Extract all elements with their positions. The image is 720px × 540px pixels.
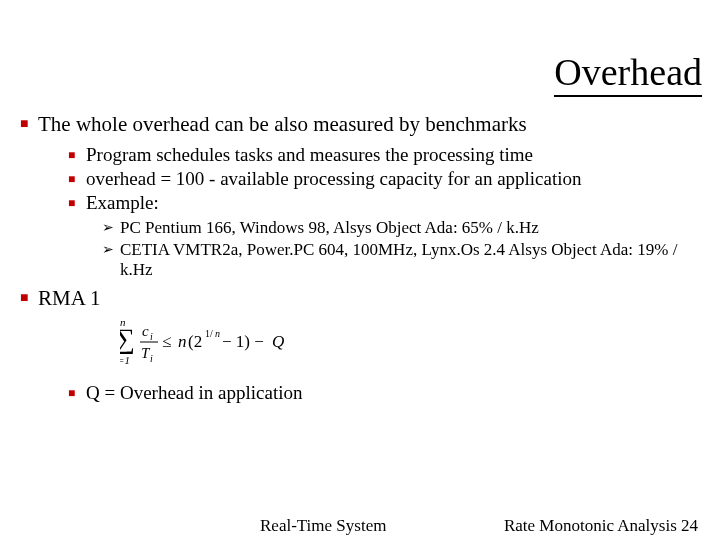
svg-text:i: i xyxy=(150,353,153,364)
rma-formula: n ∑ i=1 c i T i ≤ n (2 1/ n − 1) − Q xyxy=(120,314,702,374)
bullet-text: Q = Overhead in application xyxy=(86,382,302,404)
bullet-text: Example: xyxy=(86,192,159,214)
svg-text:i: i xyxy=(150,331,153,342)
bullet-level1: ■ RMA 1 xyxy=(20,286,702,310)
svg-text:Q: Q xyxy=(272,332,284,351)
square-bullet-icon: ■ xyxy=(68,192,86,214)
square-bullet-icon: ■ xyxy=(68,144,86,166)
svg-text:i=1: i=1 xyxy=(120,354,130,366)
svg-text:− 1) −: − 1) − xyxy=(222,332,264,351)
square-bullet-icon: ■ xyxy=(68,382,86,404)
bullet-level2: ■ Example: xyxy=(68,192,702,214)
arrow-bullet-icon: ➢ xyxy=(102,240,120,260)
bullet-level3: ➢ PC Pentium 166, Windows 98, Alsys Obje… xyxy=(102,218,702,238)
svg-text:≤: ≤ xyxy=(162,332,171,351)
svg-text:c: c xyxy=(142,323,149,339)
arrow-bullet-icon: ➢ xyxy=(102,218,120,238)
svg-text:∑: ∑ xyxy=(120,323,135,354)
bullet-text: RMA 1 xyxy=(38,286,100,310)
bullet-text: PC Pentium 166, Windows 98, Alsys Object… xyxy=(120,218,539,238)
svg-text:1/: 1/ xyxy=(205,328,213,339)
svg-text:n: n xyxy=(215,328,220,339)
square-bullet-icon: ■ xyxy=(20,286,38,310)
footer-right-text: Rate Monotonic Analysis 24 xyxy=(504,516,698,536)
footer-center-text: Real-Time System xyxy=(260,516,386,536)
bullet-level1: ■ The whole overhead can be also measure… xyxy=(20,112,702,136)
bullet-level2: ■ Q = Overhead in application xyxy=(68,382,702,404)
slide-body: ■ The whole overhead can be also measure… xyxy=(20,112,702,408)
bullet-text: overhead = 100 - available processing ca… xyxy=(86,168,582,190)
bullet-text: The whole overhead can be also measured … xyxy=(38,112,527,136)
bullet-text: Program schedules tasks and measures the… xyxy=(86,144,533,166)
bullet-text: CETIA VMTR2a, Power.PC 604, 100MHz, Lynx… xyxy=(120,240,702,280)
svg-text:n: n xyxy=(178,332,187,351)
svg-text:(2: (2 xyxy=(188,332,202,351)
bullet-level3: ➢ CETIA VMTR2a, Power.PC 604, 100MHz, Ly… xyxy=(102,240,702,280)
square-bullet-icon: ■ xyxy=(68,168,86,190)
bullet-level2: ■ overhead = 100 - available processing … xyxy=(68,168,702,190)
bullet-level2: ■ Program schedules tasks and measures t… xyxy=(68,144,702,166)
square-bullet-icon: ■ xyxy=(20,112,38,136)
slide-title: Overhead xyxy=(554,50,702,97)
